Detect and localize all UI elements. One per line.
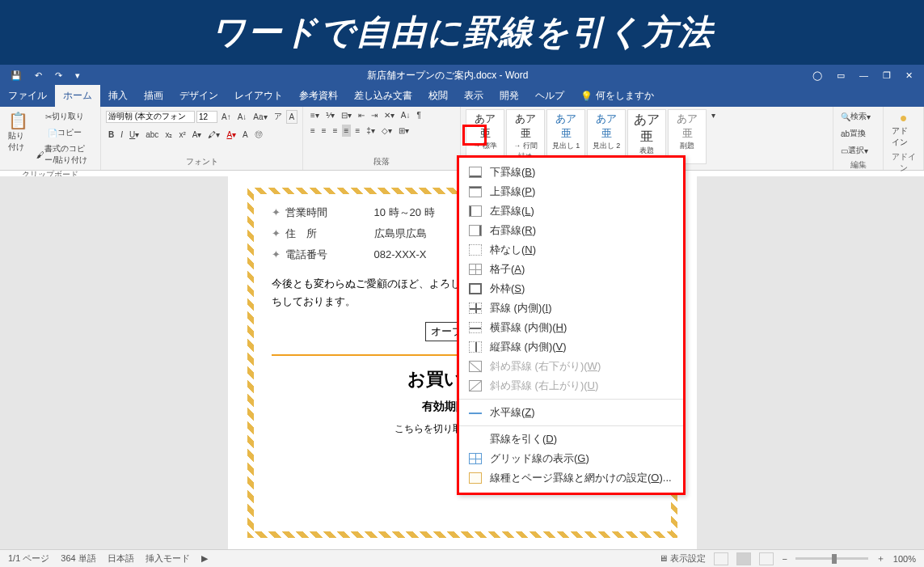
- justify-button[interactable]: ≡: [342, 125, 352, 137]
- group-addins: ● アドイン アドイン: [884, 107, 924, 170]
- status-bar: 1/1 ページ 364 単語 日本語 挿入モード ▶ 🖥 表示設定 − ＋ 10…: [0, 549, 924, 567]
- highlight-button[interactable]: 🖍▾: [205, 129, 222, 141]
- print-layout-button[interactable]: [736, 552, 751, 565]
- zoom-level[interactable]: 100%: [893, 554, 916, 564]
- distribute-button[interactable]: ≡: [352, 125, 362, 137]
- text-effects-button[interactable]: A▾: [190, 129, 205, 141]
- bullets-button[interactable]: ≡▾: [308, 109, 322, 121]
- border-menu-item[interactable]: 横罫線 (内側)(H): [459, 318, 683, 337]
- tab-insert[interactable]: 挿入: [100, 85, 136, 107]
- enclose-chars-button[interactable]: ㊞: [252, 127, 265, 142]
- border-menu-item[interactable]: 左罫線(L): [459, 201, 683, 221]
- zoom-slider[interactable]: [795, 557, 868, 560]
- font-size-select[interactable]: [196, 111, 217, 123]
- border-menu-item[interactable]: 右罫線(R): [459, 221, 683, 240]
- replace-button[interactable]: ab 置換: [838, 126, 868, 141]
- superscript-button[interactable]: x²: [176, 129, 188, 141]
- border-menu-item[interactable]: 格子(A): [459, 260, 683, 279]
- border-menu-item[interactable]: 水平線(Z): [459, 403, 683, 422]
- change-case-button[interactable]: Aa▾: [251, 111, 269, 123]
- undo-icon[interactable]: ↶: [32, 69, 44, 83]
- sort-button[interactable]: A↓: [399, 109, 413, 121]
- find-button[interactable]: 🔍 検索▾: [838, 109, 873, 124]
- display-options-icon[interactable]: ▭: [837, 70, 845, 81]
- font-name-select[interactable]: [106, 111, 195, 123]
- tab-review[interactable]: 校閲: [420, 85, 456, 107]
- qat-customize-icon[interactable]: ▾: [73, 69, 82, 83]
- tab-help[interactable]: ヘルプ: [527, 85, 572, 107]
- save-icon[interactable]: 💾: [8, 69, 24, 83]
- multilevel-list-button[interactable]: ⊟▾: [339, 109, 354, 121]
- minimize-icon[interactable]: —: [859, 70, 868, 80]
- border-menu-label: 縦罫線 (内側)(V): [490, 340, 567, 354]
- border-menu-item[interactable]: 枠なし(N): [459, 240, 683, 260]
- subscript-button[interactable]: x₂: [162, 129, 175, 141]
- maximize-icon[interactable]: ❐: [883, 70, 891, 81]
- border-menu-item[interactable]: 縦罫線 (内側)(V): [459, 337, 683, 357]
- align-right-button[interactable]: ≡: [331, 125, 340, 137]
- show-marks-button[interactable]: ¶: [415, 109, 424, 121]
- char-shading-button[interactable]: A: [240, 129, 251, 141]
- line-spacing-button[interactable]: ‡▾: [364, 125, 378, 137]
- clear-formatting-button[interactable]: A: [286, 110, 298, 124]
- phonetic-guide-button[interactable]: ア: [272, 109, 285, 124]
- tab-layout[interactable]: レイアウト: [226, 85, 291, 107]
- border-menu-item[interactable]: 線種とページ罫線と網かけの設定(O)...: [459, 468, 683, 488]
- format-painter-button[interactable]: 🖌 書式のコピー/貼り付け: [34, 142, 95, 167]
- tab-design[interactable]: デザイン: [171, 85, 226, 107]
- close-icon[interactable]: ✕: [905, 70, 913, 81]
- border-menu-item[interactable]: 罫線を引く(D): [459, 429, 683, 449]
- paste-button[interactable]: 📋 貼り付け: [5, 109, 32, 154]
- strikethrough-button[interactable]: abc: [143, 129, 161, 141]
- select-button[interactable]: ▭ 選択▾: [838, 143, 871, 158]
- bold-button[interactable]: B: [106, 129, 116, 141]
- status-macro-icon[interactable]: ▶: [201, 553, 208, 564]
- align-left-button[interactable]: ≡: [308, 125, 318, 137]
- numbering-button[interactable]: ⅟▾: [323, 109, 337, 121]
- grow-font-button[interactable]: A↑: [219, 111, 234, 123]
- account-icon[interactable]: ◯: [812, 70, 822, 81]
- read-mode-button[interactable]: [714, 552, 728, 565]
- redo-icon[interactable]: ↷: [53, 69, 65, 83]
- cut-button[interactable]: ✂ 切り取り: [34, 109, 95, 124]
- border-menu-item[interactable]: 下罫線(B): [459, 163, 683, 182]
- border-menu-item[interactable]: 上罫線(P): [459, 182, 683, 201]
- copy-button[interactable]: 📄 コピー: [34, 125, 95, 140]
- increase-indent-button[interactable]: ⇥: [369, 109, 380, 121]
- underline-button[interactable]: U▾: [127, 129, 141, 141]
- tab-file[interactable]: ファイル: [0, 85, 55, 107]
- font-color-button[interactable]: A▾: [224, 129, 238, 141]
- ic-all-icon: [469, 264, 482, 275]
- tab-mailings[interactable]: 差し込み文書: [346, 85, 420, 107]
- zoom-out-button[interactable]: −: [782, 554, 787, 564]
- addins-button[interactable]: ● アドイン: [888, 109, 918, 150]
- tab-draw[interactable]: 描画: [136, 85, 171, 107]
- tab-home[interactable]: ホーム: [55, 85, 100, 107]
- tab-references[interactable]: 参考資料: [291, 85, 346, 107]
- italic-button[interactable]: I: [118, 129, 125, 141]
- asian-layout-button[interactable]: ✕▾: [382, 109, 397, 121]
- border-menu-item[interactable]: 外枠(S): [459, 279, 683, 298]
- ic-outer-icon: [469, 283, 482, 294]
- decrease-indent-button[interactable]: ⇤: [356, 109, 367, 121]
- status-page[interactable]: 1/1 ページ: [8, 552, 49, 565]
- border-menu-item: 斜め罫線 (右下がり)(W): [459, 357, 683, 376]
- web-layout-button[interactable]: [759, 552, 774, 565]
- zoom-in-button[interactable]: ＋: [876, 552, 885, 565]
- styles-more-icon[interactable]: ▾: [709, 109, 718, 121]
- shrink-font-button[interactable]: A↓: [235, 111, 250, 123]
- border-menu-item[interactable]: 罫線 (内側)(I): [459, 298, 683, 318]
- status-insert-mode[interactable]: 挿入モード: [146, 552, 190, 565]
- tab-view[interactable]: 表示: [456, 85, 492, 107]
- status-word-count[interactable]: 364 単語: [61, 552, 95, 565]
- align-center-button[interactable]: ≡: [319, 125, 329, 137]
- ic-diag1-icon: [469, 361, 482, 372]
- borders-button[interactable]: ⊞▾: [396, 125, 411, 137]
- border-menu-item[interactable]: グリッド線の表示(G): [459, 449, 683, 468]
- tell-me-search[interactable]: 💡 何をしますか: [572, 85, 662, 107]
- display-settings-button[interactable]: 🖥 表示設定: [659, 552, 706, 565]
- tab-developer[interactable]: 開発: [492, 85, 527, 107]
- ribbon-tabs: ファイル ホーム 挿入 描画 デザイン レイアウト 参考資料 差し込み文書 校閲…: [0, 86, 924, 107]
- shading-button[interactable]: ◇▾: [379, 125, 394, 137]
- status-language[interactable]: 日本語: [108, 552, 134, 565]
